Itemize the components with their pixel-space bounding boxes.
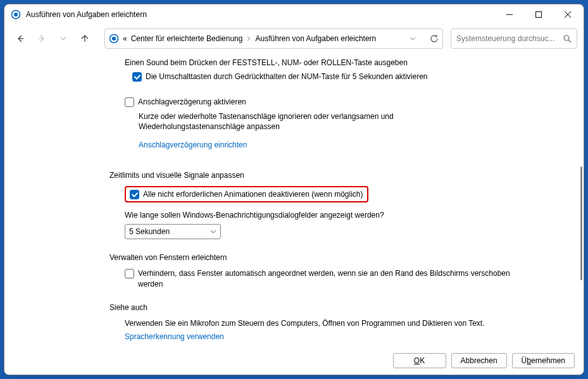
search-box[interactable] bbox=[451, 28, 577, 49]
window: Ausführen von Aufgaben erleichtern « bbox=[4, 4, 584, 375]
content-area: Einen Sound beim Drücken der FESTSTELL-,… bbox=[4, 53, 584, 349]
back-button[interactable] bbox=[11, 29, 30, 48]
checkbox-toggle-keys-numlock[interactable] bbox=[132, 72, 142, 82]
toolbar: « Center für erleichterte Bedienung Ausf… bbox=[4, 25, 584, 53]
titlebar: Ausführen von Aufgaben erleichtern bbox=[4, 4, 584, 25]
checkbox-disable-animations[interactable] bbox=[130, 190, 139, 199]
svg-rect-2 bbox=[536, 12, 542, 18]
maximize-button[interactable] bbox=[524, 5, 553, 24]
chevron-down-icon bbox=[210, 228, 216, 235]
checkbox-label: Anschlagverzögerung aktivieren bbox=[138, 97, 246, 107]
scrollbar-thumb[interactable] bbox=[580, 166, 582, 280]
search-input[interactable] bbox=[456, 34, 559, 43]
minimize-button[interactable] bbox=[495, 5, 524, 24]
svg-point-4 bbox=[112, 37, 116, 40]
search-icon[interactable] bbox=[563, 34, 572, 43]
checkbox-prevent-auto-arrange[interactable] bbox=[125, 269, 134, 278]
svg-point-1 bbox=[14, 13, 18, 16]
recent-dropdown-icon[interactable] bbox=[54, 29, 73, 48]
breadcrumb-item[interactable]: Ausführen von Aufgaben erleichtern bbox=[255, 34, 376, 43]
footer: OK Abbrechen Übernehmen bbox=[4, 349, 584, 375]
ok-button[interactable]: OK bbox=[393, 353, 446, 368]
refresh-icon[interactable] bbox=[430, 34, 439, 43]
window-title: Ausführen von Aufgaben erleichtern bbox=[26, 10, 495, 19]
breadcrumb-prefix[interactable]: « bbox=[123, 34, 127, 43]
checkbox-label: Alle nicht erforderlichen Animationen de… bbox=[143, 189, 363, 199]
chevron-right-icon[interactable] bbox=[246, 36, 251, 41]
app-icon bbox=[11, 9, 21, 20]
address-bar[interactable]: « Center für erleichterte Bedienung Ausf… bbox=[104, 28, 443, 49]
section-timelimits: Zeitlimits und visuelle Signale anpassen bbox=[109, 171, 558, 180]
link-speech-recognition[interactable]: Spracherkennung verwenden bbox=[125, 332, 224, 341]
up-button[interactable] bbox=[75, 29, 94, 48]
svg-point-5 bbox=[564, 35, 569, 40]
select-notification-duration[interactable]: 5 Sekunden bbox=[125, 224, 221, 239]
link-more-assistive-tech[interactable]: Informationen über weitere Hilfstechnolo… bbox=[125, 349, 330, 349]
breadcrumb-item[interactable]: Center für erleichterte Bedienung bbox=[131, 34, 243, 43]
section-manage-windows: Verwalten von Fenstern erleichtern bbox=[109, 253, 558, 262]
cancel-button[interactable]: Abbrechen bbox=[451, 353, 507, 368]
forward-button[interactable] bbox=[32, 29, 51, 48]
notification-duration-label: Wie lange sollen Windows-Benachrichtigun… bbox=[125, 210, 558, 220]
filter-keys-description: Kurze oder wiederholte Tastenanschläge i… bbox=[139, 111, 417, 132]
section-see-also: Siehe auch bbox=[109, 303, 558, 312]
see-also-text: Verwenden Sie ein Mikrofon zum Steuern d… bbox=[125, 318, 523, 328]
checkbox-label: Verhindern, dass Fenster automatisch ang… bbox=[138, 268, 530, 289]
select-value: 5 Sekunden bbox=[129, 227, 170, 236]
checkbox-filter-keys[interactable] bbox=[125, 97, 134, 107]
highlight-disable-animations: Alle nicht erforderlichen Animationen de… bbox=[125, 186, 368, 202]
link-filter-keys-setup[interactable]: Anschlagverzögerung einrichten bbox=[139, 140, 247, 149]
close-button[interactable] bbox=[553, 5, 582, 24]
chevron-down-icon[interactable] bbox=[410, 35, 416, 42]
apply-button[interactable]: Übernehmen bbox=[512, 353, 575, 368]
toggle-keys-sound-label: Einen Sound beim Drücken der FESTSTELL-,… bbox=[125, 58, 558, 68]
checkbox-label: Die Umschalttasten durch Gedrückthalten … bbox=[146, 71, 428, 82]
breadcrumb-icon bbox=[109, 34, 119, 44]
